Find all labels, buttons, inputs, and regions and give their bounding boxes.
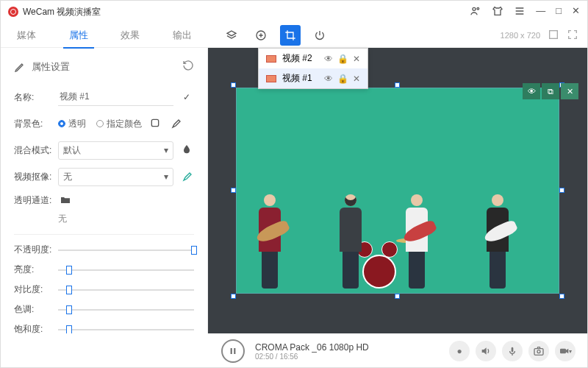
tab-media[interactable]: 媒体 xyxy=(1,23,53,48)
mic-button[interactable] xyxy=(502,341,523,361)
main-tabs: 媒体 属性 效果 输出 xyxy=(1,23,208,48)
svg-rect-10 xyxy=(560,349,566,354)
color-picker-icon[interactable] xyxy=(179,170,194,184)
radio-color[interactable]: 指定颜色 xyxy=(96,118,142,130)
properties-panel: 属性设置 名称: ✓ 背景色: 透明 指定颜色 混合模式: xyxy=(1,48,208,333)
record-button[interactable]: ● xyxy=(449,341,470,361)
delete-icon[interactable]: ✕ xyxy=(353,54,360,64)
ink-icon[interactable] xyxy=(179,144,194,158)
layer-item-2[interactable]: 视频 #2 👁🔒✕ xyxy=(259,49,368,68)
slider-row-4: 饱和度: xyxy=(14,323,194,333)
confirm-icon[interactable]: ✓ xyxy=(179,92,194,102)
titlebar: WeCam 视频演播室 — □ ✕ xyxy=(1,1,587,23)
eye-icon[interactable]: 👁 xyxy=(324,54,333,64)
slider-track[interactable] xyxy=(58,289,194,291)
main-area: 属性设置 名称: ✓ 背景色: 透明 指定颜色 混合模式: xyxy=(1,48,587,333)
maximize-button[interactable]: □ xyxy=(556,5,562,19)
panel-header: 属性设置 xyxy=(14,55,194,84)
blend-select[interactable]: 默认▾ xyxy=(58,141,173,160)
reset-button[interactable] xyxy=(182,60,194,74)
swatch-icon[interactable] xyxy=(148,117,162,131)
slider-track[interactable] xyxy=(58,309,194,311)
slider-track[interactable] xyxy=(58,329,194,330)
panel-title: 属性设置 xyxy=(32,60,70,74)
slider-label: 色调: xyxy=(14,303,58,316)
snapshot-button[interactable] xyxy=(528,341,549,361)
eye-icon[interactable]: 👁 xyxy=(324,74,333,84)
svg-rect-5 xyxy=(231,348,232,354)
svg-point-0 xyxy=(473,7,476,10)
menu-icon[interactable] xyxy=(514,5,526,19)
folder-icon[interactable] xyxy=(58,194,73,208)
pencil-icon xyxy=(14,61,26,73)
tab-output[interactable]: 输出 xyxy=(157,23,209,48)
radio-transparent[interactable]: 透明 xyxy=(58,118,86,130)
name-input[interactable] xyxy=(58,89,173,106)
canvas-toolbar xyxy=(208,25,330,46)
slider-label: 亮度: xyxy=(14,263,58,276)
divider xyxy=(14,234,194,235)
video-canvas[interactable] xyxy=(236,88,559,294)
camera-button[interactable]: ▾ xyxy=(555,341,576,361)
video-clip-icon xyxy=(266,55,276,63)
preview-area[interactable]: 视频 #2 👁🔒✕ 视频 #1 👁🔒✕ 👁 ⧉ ✕ xyxy=(208,48,587,333)
window-title: WeCam 视频演播室 xyxy=(23,6,101,18)
name-label: 名称: xyxy=(14,91,58,104)
row-name: 名称: ✓ xyxy=(14,84,194,110)
alpha-value: 无 xyxy=(58,213,67,225)
svg-rect-6 xyxy=(234,348,235,354)
delete-icon[interactable]: ✕ xyxy=(353,74,360,84)
layer-float-tools: 👁 ⧉ ✕ xyxy=(523,83,578,99)
play-pause-button[interactable] xyxy=(221,339,245,363)
window-controls: — □ ✕ xyxy=(470,5,580,19)
lock-icon[interactable]: 🔒 xyxy=(337,74,348,84)
keying-label: 视频抠像: xyxy=(14,171,58,183)
add-button[interactable] xyxy=(251,25,271,46)
power-button[interactable] xyxy=(309,25,330,46)
minimize-button[interactable]: — xyxy=(536,5,545,19)
slider-label: 饱和度: xyxy=(14,323,58,333)
keying-select[interactable]: 无▾ xyxy=(58,168,173,186)
duplicate-button[interactable]: ⧉ xyxy=(542,83,559,99)
visibility-toggle[interactable]: 👁 xyxy=(523,83,540,99)
lock-icon[interactable]: 🔒 xyxy=(337,54,348,64)
crop-button[interactable] xyxy=(280,25,301,46)
selection-handles[interactable] xyxy=(234,85,562,296)
app-logo-icon xyxy=(8,7,18,17)
playback-bar: CROMA Pack _06 1080p HD 02:50 / 16:56 ● … xyxy=(1,333,587,368)
track-title: CROMA Pack _06 1080p HD xyxy=(255,342,439,353)
row-blend: 混合模式: 默认▾ xyxy=(14,137,194,163)
tab-effects[interactable]: 效果 xyxy=(104,23,157,48)
blend-label: 混合模式: xyxy=(14,144,58,157)
svg-rect-7 xyxy=(512,347,514,353)
svg-rect-4 xyxy=(151,119,158,126)
tab-properties[interactable]: 属性 xyxy=(53,23,105,48)
svg-point-9 xyxy=(537,350,540,353)
slider-row-2: 对比度: xyxy=(14,283,194,296)
layer-item-1[interactable]: 视频 #1 👁🔒✕ xyxy=(259,68,368,88)
expand-icon[interactable] xyxy=(567,29,578,42)
slider-track[interactable] xyxy=(58,269,194,271)
playback-tools: ● ▾ xyxy=(449,341,576,361)
slider-track[interactable] xyxy=(58,250,194,251)
shirt-icon[interactable] xyxy=(492,5,503,19)
svg-rect-8 xyxy=(534,349,543,355)
layers-button[interactable] xyxy=(221,25,242,46)
video-clip-icon xyxy=(266,75,276,82)
svg-point-1 xyxy=(477,7,479,10)
layers-dropdown: 视频 #2 👁🔒✕ 视频 #1 👁🔒✕ xyxy=(258,48,368,89)
bg-label: 背景色: xyxy=(14,118,58,130)
eyedropper-icon[interactable] xyxy=(168,117,183,131)
remove-layer-button[interactable]: ✕ xyxy=(561,83,578,99)
resolution-label: 1280 x 720 xyxy=(501,31,540,40)
track-info: CROMA Pack _06 1080p HD 02:50 / 16:56 xyxy=(255,342,439,361)
slider-row-1: 亮度: xyxy=(14,263,194,276)
volume-button[interactable] xyxy=(476,341,496,361)
row-background: 背景色: 透明 指定颜色 xyxy=(14,110,194,137)
tabs-row: 媒体 属性 效果 输出 1280 x 720 xyxy=(1,23,587,48)
row-keying: 视频抠像: 无▾ xyxy=(14,163,194,190)
users-icon[interactable] xyxy=(470,5,481,19)
alpha-label: 透明通道: xyxy=(14,194,58,207)
close-button[interactable]: ✕ xyxy=(572,5,580,19)
fit-icon[interactable] xyxy=(548,29,559,42)
